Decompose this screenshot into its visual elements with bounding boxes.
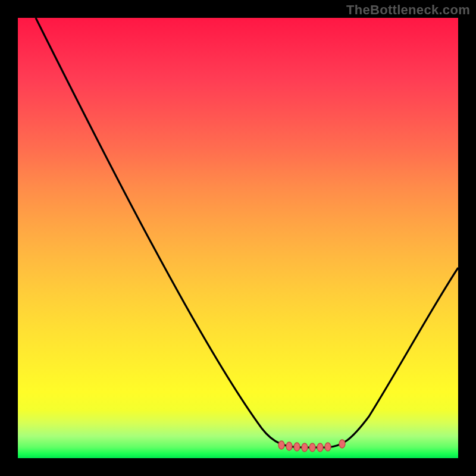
marker-dot xyxy=(286,442,292,450)
marker-dot xyxy=(278,441,284,449)
marker-dot xyxy=(309,443,315,452)
curve-layer xyxy=(18,18,458,458)
marker-dot xyxy=(302,443,308,452)
bottleneck-curve-right xyxy=(327,268,458,447)
marker-dot xyxy=(294,443,300,451)
chart-frame: TheBottleneck.com xyxy=(0,0,476,476)
bottleneck-curve-left xyxy=(36,18,327,447)
watermark-text: TheBottleneck.com xyxy=(346,2,470,18)
plot-area xyxy=(18,18,458,458)
marker-dot xyxy=(339,440,345,448)
marker-dot xyxy=(317,443,323,452)
marker-dot xyxy=(325,443,331,451)
